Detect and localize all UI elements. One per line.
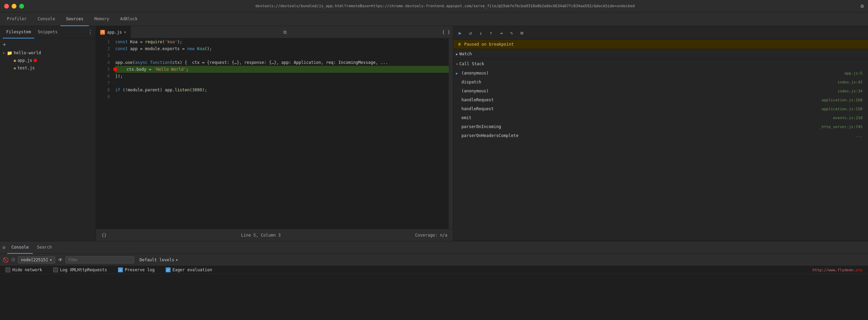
eager-eval-label: Eager evaluation	[173, 267, 212, 272]
sidebar-action-bar: +	[0, 40, 96, 49]
levels-arrow-icon: ▾	[176, 258, 178, 262]
tab-close-icon[interactable]: ✕	[124, 30, 126, 34]
top-nav: Profiler Console Sources Memory AdBlock	[0, 12, 868, 26]
frame-name-6: parserOnIncoming	[461, 124, 501, 129]
edit-breakpoints-button[interactable]: ✎	[507, 29, 516, 37]
add-folder-button[interactable]: +	[3, 41, 6, 48]
scrollbar[interactable]	[449, 38, 453, 229]
frame-location-0: app.js:5	[844, 71, 863, 76]
format-indicator[interactable]: {}	[102, 233, 106, 238]
folder-label: hello-world	[14, 50, 41, 55]
callstack-frame-6[interactable]: parserOnIncoming _http_server.js:745	[453, 122, 868, 131]
collapse-icon[interactable]: ⧉	[281, 30, 289, 35]
option-preserve-log: Preserve log	[118, 267, 155, 272]
code-line-1: const Koa = require('koa');	[115, 38, 449, 45]
callstack-frame-2[interactable]: (anonymous) index.js:34	[453, 87, 868, 95]
settings-icon[interactable]: ⚙	[860, 3, 864, 9]
bottom-tabs-expand-icon[interactable]: ⊟	[3, 245, 5, 250]
frame-location-6: _http_server.js:745	[819, 125, 863, 129]
watch-arrow-icon: ▶	[456, 52, 458, 56]
eager-eval-checkbox[interactable]	[166, 267, 171, 272]
folder-icon: 📁	[7, 50, 12, 56]
frame-name-0: (anonymous)	[461, 71, 489, 76]
js-file-icon: JS	[100, 30, 105, 35]
preserve-log-label: Preserve log	[125, 267, 155, 272]
tree-file-testjs[interactable]: ● test.js	[0, 64, 96, 72]
callstack-header[interactable]: ▾ Call Stack	[453, 59, 868, 69]
maximize-button[interactable]	[19, 4, 24, 9]
editor-pane: JS app.js ✕ ⧉ { } 1 2 3 4 5 6 7 8 9 cons…	[96, 26, 453, 241]
breakpoint-indicator	[113, 67, 117, 71]
nav-tab-adblock[interactable]: AdBlock	[115, 12, 143, 26]
option-hide-network: Hide network	[5, 267, 42, 272]
more-options-button[interactable]: ⊞	[518, 29, 526, 37]
minimize-button[interactable]	[12, 4, 16, 9]
hide-network-checkbox[interactable]	[5, 267, 10, 272]
step-button[interactable]: ⇥	[497, 29, 505, 37]
callstack-frame-4[interactable]: handleRequest application.js:150	[453, 104, 868, 113]
bottom-pane: ⊟ Console Search 🚫 ⦾ node[22515] ▾ 👁 Def…	[0, 241, 868, 320]
frame-name-7: parserOnHeadersComplete	[461, 133, 518, 138]
resume-button[interactable]: ▶	[456, 29, 464, 37]
frame-location-5: events.js:210	[833, 116, 863, 120]
pause-icon: ⏸	[457, 42, 461, 47]
bottom-tabs: ⊟ Console Search	[0, 241, 868, 254]
cursor-position: Line 5, Column 3	[106, 233, 415, 238]
code-line-7	[115, 80, 449, 87]
tree-file-appjs[interactable]: ● app.js	[0, 57, 96, 64]
sidebar-more-icon[interactable]: ⋮	[87, 29, 93, 35]
hide-network-label: Hide network	[12, 267, 42, 272]
tree-folder-item[interactable]: ▾ 📁 hello-world	[0, 49, 96, 57]
sidebar-tab-filesystem[interactable]: Filesystem	[3, 26, 34, 38]
live-expression-icon[interactable]: 👁	[58, 257, 63, 263]
clear-console-button[interactable]: 🚫	[3, 257, 9, 263]
breakpoint-marker	[34, 59, 37, 62]
callstack-frame-3[interactable]: handleRequest application.js:168	[453, 95, 868, 104]
sidebar-tab-snippets[interactable]: Snippets	[34, 26, 61, 38]
step-out-button[interactable]: ↑	[487, 29, 495, 37]
sidebar-content: + ▾ 📁 hello-world ● app.js ● test.js	[0, 38, 96, 241]
code-line-4: app.use(async function(ctx) { ctx = {req…	[115, 59, 449, 66]
log-levels-selector[interactable]: Default levels ▾	[137, 257, 181, 263]
watch-header[interactable]: ▶ Watch	[453, 49, 868, 59]
code-content[interactable]: const Koa = require('koa'); const app = …	[113, 38, 449, 229]
bottom-tab-search[interactable]: Search	[33, 241, 56, 254]
log-xmlhttp-checkbox[interactable]	[53, 267, 58, 272]
preserve-log-checkbox[interactable]	[118, 267, 123, 272]
window-controls	[4, 4, 24, 9]
code-line-8: if (!module.parent) app.listen(3000);	[115, 87, 449, 93]
callstack-frame-5[interactable]: emit events.js:210	[453, 113, 868, 122]
bottom-tab-console[interactable]: Console	[7, 241, 33, 254]
nav-tab-profiler[interactable]: Profiler	[1, 12, 32, 26]
nav-tab-sources[interactable]: Sources	[60, 12, 89, 26]
callstack-frame-0[interactable]: (anonymous) app.js:5	[453, 69, 868, 78]
code-editor: 1 2 3 4 5 6 7 8 9 const Koa = require('k…	[96, 38, 453, 229]
nav-tab-memory[interactable]: Memory	[89, 12, 115, 26]
file-icon-testjs: ●	[14, 66, 16, 70]
status-url[interactable]: http://www.flydean.php	[812, 268, 863, 272]
step-into-button[interactable]: ↓	[477, 29, 485, 37]
editor-tabs: JS app.js ✕ ⧉ { }	[96, 26, 453, 38]
exec-context-icon[interactable]: ⦾	[11, 257, 15, 263]
title-bar: devtools://devtools/bundled/js_app.html?…	[0, 0, 868, 12]
step-over-button[interactable]: ↺	[466, 29, 474, 37]
debug-panel: ▶ ↺ ↓ ↑ ⇥ ✎ ⊞ ⏸ Paused on breakpoint ▶ W…	[453, 26, 868, 241]
code-line-5: ctx.body = 'Hello World';	[115, 66, 449, 73]
node-selector[interactable]: node[22515] ▾	[18, 256, 55, 263]
nav-tab-console[interactable]: Console	[32, 12, 61, 26]
editor-tab-appjs[interactable]: JS app.js ✕	[96, 26, 131, 38]
sidebar: Filesystem Snippets ⋮ + ▾ 📁 hello-world …	[0, 26, 96, 241]
callstack-frame-7[interactable]: parserOnHeadersComplete ...	[453, 131, 868, 140]
frame-location-2: index.js:34	[837, 89, 863, 93]
callstack-frame-1[interactable]: dispatch index.js:42	[453, 78, 868, 87]
console-toolbar: 🚫 ⦾ node[22515] ▾ 👁 Default levels ▾	[0, 254, 868, 266]
format-icon[interactable]: { }	[439, 30, 453, 35]
console-filter-input[interactable]	[66, 256, 134, 263]
frame-name-2: (anonymous)	[461, 89, 489, 93]
folder-arrow-icon: ▾	[3, 51, 7, 55]
editor-tab-label: app.js	[107, 30, 122, 35]
close-button[interactable]	[4, 4, 9, 9]
sidebar-tabs: Filesystem Snippets ⋮	[0, 26, 96, 38]
callstack-label: Call Stack	[459, 61, 484, 66]
page-url: devtools://devtools/bundled/js_app.html?…	[30, 4, 860, 8]
